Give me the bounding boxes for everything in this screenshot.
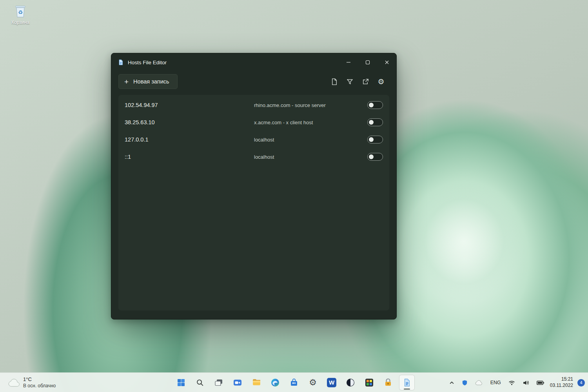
- new-file-button[interactable]: [327, 75, 341, 88]
- weather-temperature: 1°C: [23, 376, 56, 383]
- settings-gear-icon: ⚙: [309, 378, 317, 387]
- entry-host: x.acme.com - x client host: [254, 120, 366, 125]
- wallpaper-bloom-right: [392, 165, 572, 384]
- filter-button[interactable]: [343, 75, 356, 88]
- lock-icon: [383, 378, 393, 387]
- svg-text:♻: ♻: [18, 9, 23, 15]
- chat-button[interactable]: [230, 375, 245, 390]
- speaker-icon: [523, 380, 529, 386]
- titlebar[interactable]: Hosts File Editor: [111, 53, 396, 71]
- hosts-file-editor-taskbar-button[interactable]: [399, 375, 415, 390]
- entry-host: localhost: [254, 137, 366, 143]
- windows-logo-icon: [176, 378, 186, 387]
- new-entry-label: Новая запись: [133, 78, 169, 85]
- open-external-icon: [362, 78, 369, 85]
- host-entry-row[interactable]: 38.25.63.10 x.acme.com - x client host: [118, 114, 389, 131]
- security-tray-button[interactable]: [460, 378, 469, 387]
- wifi-tray-button[interactable]: [507, 379, 517, 387]
- entry-host: rhino.acme.com - source server: [254, 102, 366, 108]
- hidden-icons-button[interactable]: [448, 379, 456, 386]
- settings-app-button[interactable]: ⚙: [305, 375, 321, 390]
- entry-enabled-toggle[interactable]: [367, 153, 383, 161]
- volume-tray-button[interactable]: [521, 378, 531, 387]
- plus-icon: +: [124, 78, 129, 85]
- gear-icon: ⚙: [377, 78, 384, 85]
- edge-browser-button[interactable]: [267, 375, 283, 390]
- system-tray: ENG: [448, 373, 585, 392]
- battery-tray-button[interactable]: [535, 379, 546, 387]
- search-icon: [196, 378, 204, 387]
- hosts-file-editor-window: Hosts File Editor + Новая запи: [111, 53, 397, 319]
- microsoft-store-button[interactable]: [286, 375, 302, 390]
- close-icon: [385, 60, 389, 65]
- open-external-button[interactable]: [359, 75, 372, 88]
- window-title: Hosts File Editor: [128, 60, 167, 65]
- tray-time: 15:21: [561, 376, 573, 383]
- word-letter: W: [329, 379, 334, 386]
- host-entries-list: 102.54.94.97 rhino.acme.com - source ser…: [118, 95, 389, 310]
- task-view-icon: [214, 378, 223, 387]
- cloud-onedrive-icon: [475, 380, 483, 385]
- chevron-up-icon: [449, 381, 454, 385]
- desktop: ♻ Корзина Hosts File Editor: [0, 0, 588, 392]
- tray-date: 03.11.2022: [550, 383, 573, 389]
- edge-browser-icon: [270, 378, 280, 387]
- start-button[interactable]: [173, 375, 189, 390]
- taskbar: 1°C В осн. облачно: [0, 372, 588, 392]
- notification-count-badge[interactable]: 4: [577, 379, 585, 387]
- onedrive-tray-button[interactable]: [474, 378, 485, 387]
- maximize-button[interactable]: [358, 53, 377, 71]
- half-moon-contrast-icon: [346, 378, 355, 387]
- entry-enabled-toggle[interactable]: [367, 136, 383, 143]
- entry-ip: 127.0.0.1: [125, 136, 254, 143]
- settings-button[interactable]: ⚙: [374, 75, 388, 88]
- task-view-button[interactable]: [211, 375, 227, 390]
- toggle-knob: [369, 137, 374, 142]
- color-grid-app-button[interactable]: [361, 375, 377, 390]
- host-entry-row[interactable]: ::1 localhost: [118, 148, 389, 165]
- filter-funnel-icon: [346, 78, 354, 85]
- entry-ip: 38.25.63.10: [125, 119, 254, 125]
- cloud-weather-icon: [8, 378, 20, 387]
- host-entry-row[interactable]: 127.0.0.1 localhost: [118, 131, 389, 148]
- battery-icon: [537, 381, 544, 385]
- weather-widget[interactable]: 1°C В осн. облачно: [4, 373, 60, 392]
- clock[interactable]: 15:21 03.11.2022: [550, 376, 573, 388]
- word-icon: W: [327, 378, 336, 387]
- close-button[interactable]: [377, 53, 396, 71]
- toggle-knob: [369, 154, 374, 159]
- entry-ip: 102.54.94.97: [125, 102, 254, 108]
- toggle-knob: [369, 103, 374, 107]
- toggle-knob: [369, 120, 374, 125]
- hosts-editor-document-icon: [403, 378, 411, 387]
- minimize-icon: [346, 60, 351, 65]
- host-entry-row[interactable]: 102.54.94.97 rhino.acme.com - source ser…: [118, 96, 389, 114]
- word-button[interactable]: W: [324, 375, 339, 390]
- file-explorer-button[interactable]: [249, 375, 264, 390]
- contrast-app-button[interactable]: [343, 375, 358, 390]
- recycle-bin-label: Корзина: [5, 20, 35, 25]
- folder-icon: [252, 377, 261, 387]
- shield-icon: [462, 380, 468, 386]
- recycle-bin-shortcut[interactable]: ♻ Корзина: [5, 3, 35, 25]
- maximize-icon: [365, 60, 370, 65]
- entry-ip: ::1: [125, 154, 254, 160]
- color-grid-icon: [365, 378, 374, 387]
- chat-video-icon: [233, 378, 242, 387]
- lock-app-button[interactable]: [380, 375, 396, 390]
- search-button[interactable]: [192, 375, 208, 390]
- language-indicator[interactable]: ENG: [489, 378, 503, 387]
- new-entry-button[interactable]: + Новая запись: [118, 74, 178, 89]
- entry-enabled-toggle[interactable]: [367, 118, 383, 126]
- minimize-button[interactable]: [339, 53, 358, 71]
- taskbar-center-icons: ⚙ W: [173, 375, 415, 390]
- recycle-bin-icon: ♻: [13, 3, 28, 19]
- entry-enabled-toggle[interactable]: [367, 101, 383, 109]
- file-icon: [330, 78, 338, 85]
- toolbar: + Новая запись: [111, 71, 396, 92]
- entry-host: localhost: [254, 154, 366, 160]
- store-bag-icon: [289, 378, 299, 387]
- running-app-indicator: [404, 388, 410, 390]
- weather-condition: В осн. облачно: [23, 383, 56, 389]
- app-document-icon: [118, 59, 124, 65]
